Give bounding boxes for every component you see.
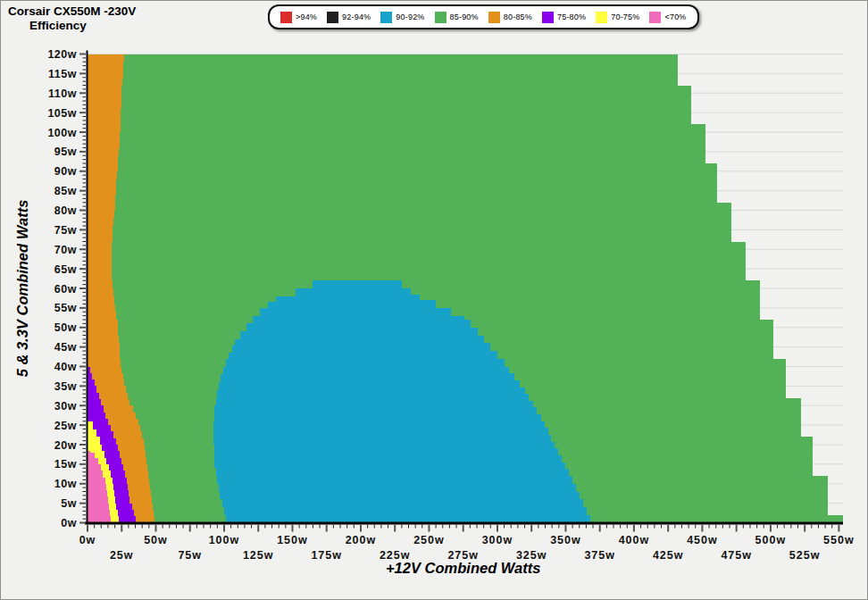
x-tick-label: 150w	[277, 534, 308, 546]
x-tick-label: 400w	[619, 534, 650, 546]
y-tick-label: 40w	[54, 361, 77, 373]
y-tick-label: 80w	[54, 204, 77, 217]
y-tick-label: 45w	[54, 341, 77, 354]
y-tick-label: 70w	[54, 244, 77, 256]
y-tick-label: 75w	[54, 224, 77, 237]
x-tick-label: 425w	[653, 549, 684, 562]
efficiency-map-plot: 0w5w10w15w20w25w30w35w40w45w50w55w60w65w…	[1, 1, 868, 600]
x-tick-label: 250w	[413, 534, 445, 546]
y-tick-label: 100w	[47, 127, 77, 139]
y-tick-label: 20w	[54, 439, 77, 452]
x-tick-label: 200w	[346, 534, 377, 546]
x-tick-label: 0w	[79, 534, 96, 546]
x-tick-label: 175w	[311, 549, 342, 562]
y-axis-title: 5 & 3.3V Combined Watts	[14, 200, 30, 378]
y-tick-label: 65w	[54, 263, 77, 276]
chart-window: Corsair CX550M -230V Efficiency >94%92-9…	[0, 0, 868, 600]
y-tick-label: 30w	[54, 400, 77, 412]
y-axis-ticks: 0w5w10w15w20w25w30w35w40w45w50w55w60w65w…	[47, 48, 86, 529]
x-tick-label: 300w	[482, 534, 513, 546]
y-tick-label: 110w	[48, 88, 77, 100]
x-tick-label: 500w	[755, 534, 787, 546]
y-tick-label: 60w	[54, 283, 77, 296]
x-tick-label: 350w	[550, 534, 581, 546]
x-tick-label: 75w	[178, 549, 202, 562]
y-tick-label: 105w	[47, 107, 77, 120]
y-tick-label: 55w	[54, 302, 77, 314]
x-tick-label: 525w	[789, 549, 821, 562]
y-tick-label: 25w	[54, 420, 77, 432]
x-tick-label: 125w	[243, 549, 274, 562]
x-tick-label: 50w	[144, 534, 168, 546]
y-tick-label: 120w	[47, 48, 77, 61]
x-tick-label: 450w	[687, 534, 718, 546]
x-tick-label: 375w	[584, 549, 615, 562]
x-axis-title: +12V Combined Watts	[386, 560, 540, 576]
x-tick-label: 475w	[721, 549, 752, 562]
x-tick-label: 550w	[823, 534, 855, 546]
x-tick-label: 100w	[209, 534, 240, 546]
y-tick-label: 10w	[54, 478, 77, 490]
x-tick-label: 25w	[110, 549, 134, 562]
y-tick-label: 85w	[54, 185, 77, 197]
efficiency-regions	[88, 54, 843, 523]
y-tick-label: 15w	[54, 458, 77, 471]
y-tick-label: 115w	[48, 68, 77, 80]
y-tick-label: 95w	[54, 146, 77, 158]
y-tick-label: 5w	[61, 497, 77, 510]
y-tick-label: 90w	[54, 165, 77, 178]
x-axis-ticks: 0w25w50w75w100w125w150w175w200w225w250w2…	[79, 525, 855, 562]
y-tick-label: 35w	[54, 380, 77, 393]
y-tick-label: 50w	[54, 321, 77, 334]
y-tick-label: 0w	[61, 517, 77, 529]
